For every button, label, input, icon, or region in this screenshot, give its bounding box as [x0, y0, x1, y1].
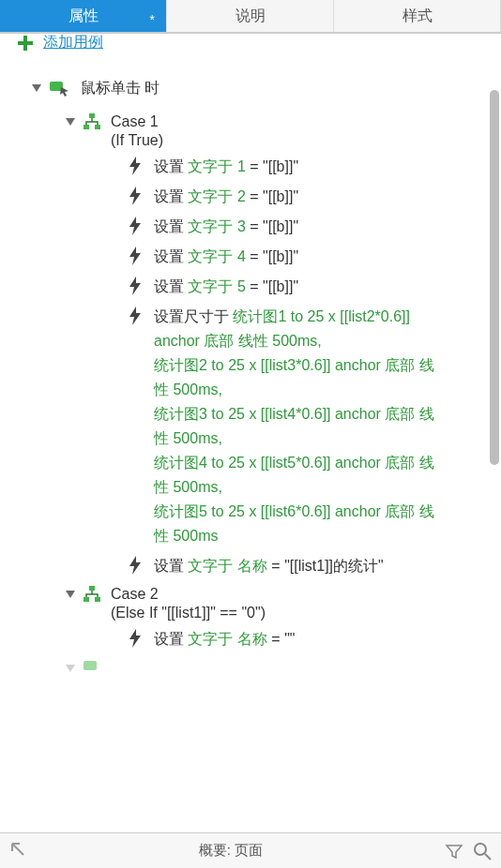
- svg-rect-18: [84, 597, 89, 602]
- svg-rect-1: [18, 41, 33, 45]
- svg-rect-6: [89, 113, 95, 118]
- action-row[interactable]: 设置 文字于 4 = "[[b]]": [0, 242, 463, 272]
- arrow-up-left-icon[interactable]: [9, 841, 26, 861]
- event-row[interactable]: 鼠标单击 时: [0, 75, 501, 101]
- svg-marker-13: [129, 277, 141, 295]
- case-name: Case 1: [111, 112, 163, 132]
- bolt-icon: [128, 277, 143, 295]
- footer-overview-label[interactable]: 概要: 页面: [199, 842, 263, 860]
- interaction-icon: [83, 659, 103, 675]
- expand-caret-icon[interactable]: [64, 588, 77, 601]
- svg-rect-17: [89, 586, 95, 591]
- expand-caret-icon[interactable]: [30, 82, 43, 95]
- add-case-label: 添加用例: [43, 34, 103, 52]
- tab-notes-label: 说明: [235, 7, 266, 23]
- svg-marker-16: [66, 591, 75, 598]
- svg-marker-4: [60, 87, 68, 97]
- bolt-icon: [128, 217, 143, 235]
- add-case-link[interactable]: 添加用例: [0, 34, 501, 52]
- svg-marker-20: [129, 629, 141, 648]
- svg-marker-14: [129, 307, 141, 325]
- svg-marker-2: [32, 84, 41, 92]
- filter-icon[interactable]: [445, 842, 463, 861]
- action-row[interactable]: 设置 文字于 3 = "[[b]]": [0, 212, 463, 242]
- interaction-icon: [49, 80, 69, 97]
- svg-line-24: [485, 854, 491, 860]
- search-icon[interactable]: [473, 842, 492, 861]
- svg-point-23: [475, 844, 486, 855]
- tab-style[interactable]: 样式: [334, 0, 501, 32]
- bolt-icon: [128, 247, 143, 265]
- action-row[interactable]: 设置 文字于 2 = "[[b]]": [0, 182, 463, 212]
- expand-caret-icon[interactable]: [64, 115, 77, 128]
- tab-bar: 属性 * 说明 样式: [0, 0, 501, 34]
- action-row[interactable]: 设置 文字于 名称 = "[[list1]]的统计": [0, 551, 463, 581]
- svg-rect-22: [84, 661, 97, 670]
- tab-properties-label: 属性: [68, 7, 99, 23]
- bolt-icon: [128, 307, 143, 325]
- svg-marker-5: [66, 118, 75, 126]
- svg-rect-19: [95, 597, 100, 602]
- bolt-icon: [128, 187, 143, 205]
- svg-rect-7: [84, 125, 89, 129]
- footer-bar: 概要: 页面: [0, 832, 501, 868]
- expand-caret-icon[interactable]: [64, 662, 77, 675]
- svg-marker-15: [129, 556, 141, 575]
- svg-marker-12: [129, 247, 141, 265]
- interactions-panel: 添加用例 鼠标单击 时: [0, 34, 501, 832]
- action-row[interactable]: 设置 文字于 1 = "[[b]]": [0, 152, 463, 182]
- case-row[interactable]: Case 2 (Else If "[[list1]]" == "0"): [0, 581, 501, 624]
- scroll-area: 添加用例 鼠标单击 时: [0, 34, 501, 832]
- event-label: 鼠标单击 时: [81, 78, 159, 98]
- action-row[interactable]: 设置 文字于 5 = "[[b]]": [0, 272, 463, 302]
- scrollbar[interactable]: [490, 90, 499, 465]
- action-row[interactable]: 设置尺寸于 统计图1 to 25 x [[list2*0.6]] anchor …: [0, 302, 463, 551]
- svg-marker-11: [129, 217, 141, 235]
- svg-marker-21: [66, 665, 75, 672]
- tab-notes[interactable]: 说明: [167, 0, 334, 32]
- event-row-truncated[interactable]: [0, 658, 501, 675]
- plus-icon: [17, 35, 34, 52]
- bolt-icon: [128, 629, 143, 648]
- svg-rect-8: [95, 125, 100, 129]
- bolt-icon: [128, 157, 143, 175]
- svg-marker-10: [129, 187, 141, 205]
- tab-style-label: 样式: [402, 7, 433, 23]
- case-condition: (Else If "[[list1]]" == "0"): [111, 605, 266, 621]
- case-name: Case 2: [111, 584, 266, 605]
- svg-marker-9: [129, 157, 141, 175]
- tab-properties[interactable]: 属性 *: [0, 0, 167, 32]
- action-row[interactable]: 设置 文字于 名称 = "": [0, 624, 463, 654]
- case-condition: (If True): [111, 132, 163, 149]
- bolt-icon: [128, 556, 143, 575]
- flow-icon: [83, 586, 101, 603]
- tab-dirty-marker: *: [150, 4, 155, 36]
- flow-icon: [83, 113, 101, 130]
- case-row[interactable]: Case 1 (If True): [0, 109, 501, 152]
